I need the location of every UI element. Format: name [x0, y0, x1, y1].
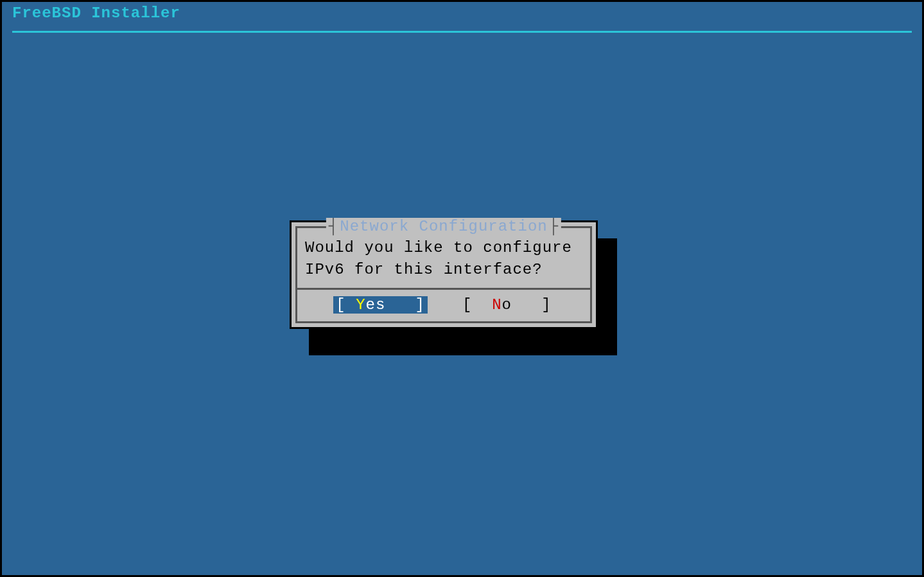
yes-button[interactable]: [ Yes ] — [333, 296, 428, 314]
no-hotkey: N — [492, 296, 501, 314]
dialog-frame: Network Configuration Would you like to … — [295, 226, 592, 323]
dialog-title: Network Configuration — [326, 218, 561, 235]
no-button[interactable]: [ No ] — [460, 296, 554, 314]
dialog-button-row: [ Yes ] [ No ] — [297, 290, 590, 321]
yes-hotkey: Y — [356, 296, 365, 314]
header-divider — [12, 31, 912, 33]
installer-header: FreeBSD Installer — [2, 2, 922, 24]
network-config-dialog: Network Configuration Would you like to … — [290, 220, 598, 329]
installer-title: FreeBSD Installer — [12, 4, 180, 22]
dialog-message-line2: IPv6 for this interface? — [305, 259, 582, 281]
dialog-message-line1: Would you like to configure — [305, 237, 582, 259]
dialog-message: Would you like to configure IPv6 for thi… — [297, 228, 590, 288]
